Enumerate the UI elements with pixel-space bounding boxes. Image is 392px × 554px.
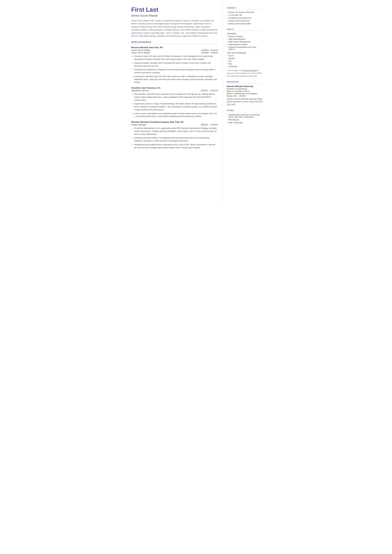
other-item-2: PMI Member bbox=[227, 119, 263, 121]
left-column: First Last Senior Scrum Master Senior Sc… bbox=[125, 0, 223, 201]
education-section: Resume Worded University Bachelor of Eng… bbox=[227, 85, 263, 106]
job-role-2a: Operations Director bbox=[131, 89, 149, 92]
technique-1: Systems Analysis bbox=[227, 35, 263, 38]
job-bullets-1: Oversaw a team of 5 direct and 20 indire… bbox=[131, 55, 218, 84]
job-title-row-3a: Project Manager 08/2012 – 01/2015 bbox=[131, 124, 218, 126]
edu-awards: Awards: Resume Worded Teaching Fellow (o… bbox=[227, 98, 263, 106]
contact-item-3: email@resumeworded.com bbox=[227, 17, 263, 19]
contact-list: Denver, OH (Open to Remote) +1-234-456-7… bbox=[227, 11, 263, 25]
job-company-3: Resume Worded's Exciting Company, New Yo… bbox=[131, 121, 218, 123]
job-dates-1b: 10/2018 – Present bbox=[201, 51, 218, 54]
skills-note: • Don't forget to use Resume Worded to s… bbox=[227, 69, 263, 77]
techniques-label: Techniques: bbox=[227, 33, 263, 35]
skills-section-title: SKILLS bbox=[227, 28, 263, 31]
job-title-row-1a: Senior Scrum Master 07/2019 – Present bbox=[131, 49, 218, 51]
technique-4: Requirements Analysis bbox=[227, 43, 263, 46]
bullet-3-3: Handpicked by the global head of operati… bbox=[134, 143, 218, 149]
tool-5: JavaScript bbox=[227, 65, 263, 68]
job-bullets-2: Successfully re-built the Scrum process … bbox=[131, 93, 218, 118]
skills-note-prefix: • Don't forget to use bbox=[227, 70, 243, 71]
tools-list: Scrum Kanban Jira SQL JavaScript bbox=[227, 55, 263, 68]
job-role-1a: Senior Scrum Master bbox=[131, 49, 151, 51]
bullet-1-2: Imposed Kanban concepts which increased … bbox=[134, 62, 218, 68]
tool-4: SQL bbox=[227, 63, 263, 65]
edu-minors: Minors in Mathematics and Statistics bbox=[227, 92, 263, 95]
job-title-row-1b: Junior Scrum Master 10/2018 – Present bbox=[131, 51, 218, 54]
contact-item-4: linkedin.com/in/username bbox=[227, 20, 263, 22]
bullet-2-2: Supervised a team in charge of implement… bbox=[134, 102, 218, 111]
job-role-1b: Junior Scrum Master bbox=[131, 51, 150, 54]
work-experience-section-title: WORK EXPERIENCE bbox=[131, 41, 218, 44]
other-item-3: PMP Certification bbox=[227, 122, 263, 124]
techniques-list: Systems Analysis Agile Methodologies Agi… bbox=[227, 35, 263, 50]
job-company-1: Resume Worded, New York, NY bbox=[131, 46, 218, 49]
tool-1: Scrum bbox=[227, 55, 263, 57]
tools-label: Tools and Frameworks: bbox=[227, 52, 263, 54]
technique-3: Agile Project Management bbox=[227, 41, 263, 43]
bullet-2-3: Lead a server consolidation and migratio… bbox=[134, 112, 218, 118]
resume-page: First Last Senior Scrum Master Senior Sc… bbox=[125, 0, 267, 201]
edu-major: Major in Computer Science bbox=[227, 90, 263, 92]
edu-degree: Bachelor of Engineering bbox=[227, 88, 263, 90]
candidate-title: Senior Scrum Master bbox=[131, 14, 218, 17]
bullet-1-3: Founded and headed the company's first d… bbox=[134, 68, 218, 74]
bullet-3-1: Co-led the development of an organizatio… bbox=[134, 127, 218, 136]
other-section-title: OTHER bbox=[227, 109, 263, 112]
technique-5: Software Development Life Cycle (SDLC) bbox=[227, 46, 263, 50]
job-role-3a: Project Manager bbox=[131, 124, 146, 126]
right-column: CONTACT Denver, OH (Open to Remote) +1-2… bbox=[223, 0, 267, 201]
job-company-2: Growthsi, San Francisco, CA bbox=[131, 87, 218, 89]
contact-item-5: github.com/resumeworded bbox=[227, 23, 263, 25]
other-list: Spearheaded workshops and training event… bbox=[227, 114, 263, 124]
education-section-title: EDUCATION bbox=[227, 81, 263, 84]
job-dates-1a: 07/2019 – Present bbox=[201, 49, 218, 51]
other-section: Spearheaded workshops and training event… bbox=[227, 114, 263, 124]
contact-item-2: +1-234-456-789 bbox=[227, 14, 263, 16]
bullet-1-4: Assisted the repositioning of the New Yo… bbox=[134, 75, 218, 84]
job-block-1: Resume Worded, New York, NY Senior Scrum… bbox=[131, 46, 218, 84]
tool-3: Jira bbox=[227, 60, 263, 62]
tool-2: Kanban bbox=[227, 57, 263, 60]
edu-location-date: Boston, MA — 05/2017 bbox=[227, 95, 263, 97]
edu-school: Resume Worded University bbox=[227, 85, 263, 87]
job-block-2: Growthsi, San Francisco, CA Operations D… bbox=[131, 87, 218, 118]
resume-worded-link[interactable]: Resume Worded bbox=[243, 70, 257, 71]
contact-item-1: Denver, OH (Open to Remote) bbox=[227, 11, 263, 14]
job-dates-2a: 05/2017 – 10/2019 bbox=[201, 89, 218, 92]
job-bullets-3: Co-led the development of an organizatio… bbox=[131, 127, 218, 149]
technique-2: Agile Methodologies bbox=[227, 38, 263, 40]
job-title-row-2a: Operations Director 05/2017 – 10/2019 bbox=[131, 89, 218, 92]
bullet-3-2: Assisted corporate leaders in strategizi… bbox=[134, 136, 218, 142]
contact-section-title: CONTACT bbox=[227, 7, 263, 10]
skills-section: Techniques: Systems Analysis Agile Metho… bbox=[227, 33, 263, 77]
bullet-1-1: Oversaw a team of 5 direct and 20 indire… bbox=[134, 55, 218, 61]
bullet-2-1: Successfully re-built the Scrum process … bbox=[134, 93, 218, 102]
job-dates-3a: 08/2012 – 01/2015 bbox=[201, 124, 218, 126]
other-item-1: Spearheaded workshops and training event… bbox=[227, 114, 263, 118]
candidate-summary: Senior Scrum Master with 7 years of expe… bbox=[131, 19, 218, 38]
candidate-name: First Last bbox=[131, 6, 218, 13]
job-block-3: Resume Worded's Exciting Company, New Yo… bbox=[131, 121, 218, 149]
